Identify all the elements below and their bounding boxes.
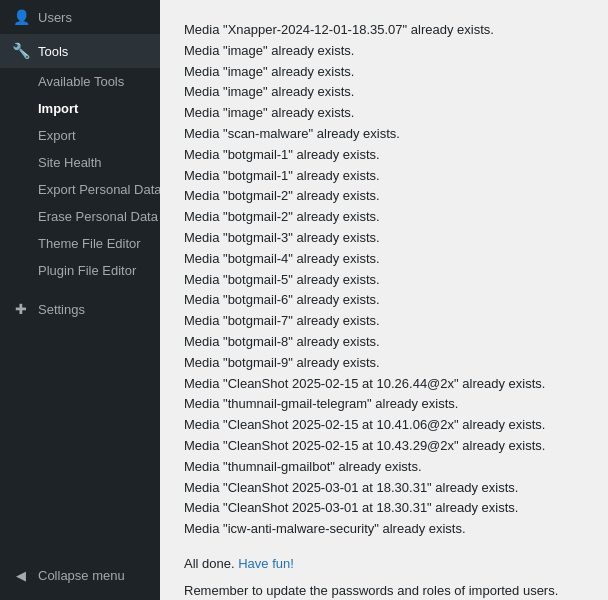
log-line: Media "CleanShot 2025-03-01 at 18.30.31"… <box>184 498 584 519</box>
log-line: Media "image" already exists. <box>184 41 584 62</box>
log-line: Media "botgmail-7" already exists. <box>184 311 584 332</box>
settings-label: Settings <box>38 302 85 317</box>
collapse-menu-button[interactable]: ◀ Collapse menu <box>0 558 160 600</box>
log-line: Media "CleanShot 2025-03-01 at 18.30.31"… <box>184 478 584 499</box>
log-line: Media "botgmail-6" already exists. <box>184 290 584 311</box>
log-output: Media "Xnapper-2024-12-01-18.35.07" alre… <box>184 20 584 540</box>
users-label: Users <box>38 10 72 25</box>
log-line: Media "image" already exists. <box>184 82 584 103</box>
log-line: Media "botgmail-2" already exists. <box>184 207 584 228</box>
have-fun-link[interactable]: Have fun! <box>238 556 294 571</box>
log-line: Media "CleanShot 2025-02-15 at 10.26.44@… <box>184 374 584 395</box>
all-done-message: All done. Have fun! <box>184 556 584 571</box>
collapse-icon: ◀ <box>12 566 30 584</box>
tools-icon: 🔧 <box>12 42 30 60</box>
log-line: Media "CleanShot 2025-02-15 at 10.41.06@… <box>184 415 584 436</box>
log-line: Media "botgmail-2" already exists. <box>184 186 584 207</box>
sidebar-item-theme-file-editor[interactable]: Theme File Editor <box>0 230 160 257</box>
log-line: Media "thumnail-gmail-telegram" already … <box>184 394 584 415</box>
log-line: Media "botgmail-3" already exists. <box>184 228 584 249</box>
collapse-label: Collapse menu <box>38 568 125 583</box>
sidebar-item-site-health[interactable]: Site Health <box>0 149 160 176</box>
settings-icon: ✚ <box>12 300 30 318</box>
sidebar-section-users[interactable]: 👤 Users <box>0 0 160 34</box>
sidebar-section-settings[interactable]: ✚ Settings <box>0 292 160 326</box>
sidebar-section-tools[interactable]: 🔧 Tools <box>0 34 160 68</box>
log-line: Media "Xnapper-2024-12-01-18.35.07" alre… <box>184 20 584 41</box>
sidebar-item-plugin-file-editor[interactable]: Plugin File Editor <box>0 257 160 284</box>
log-line: Media "CleanShot 2025-02-15 at 10.43.29@… <box>184 436 584 457</box>
sidebar: 👤 Users 🔧 Tools Available Tools Import E… <box>0 0 160 600</box>
sidebar-item-import[interactable]: Import <box>0 95 160 122</box>
log-line: Media "scan-malware" already exists. <box>184 124 584 145</box>
tools-label: Tools <box>38 44 68 59</box>
sidebar-item-erase-personal-data[interactable]: Erase Personal Data <box>0 203 160 230</box>
log-line: Media "botgmail-9" already exists. <box>184 353 584 374</box>
log-line: Media "icw-anti-malware-security" alread… <box>184 519 584 540</box>
sidebar-item-export-personal-data[interactable]: Export Personal Data <box>0 176 160 203</box>
sidebar-item-available-tools[interactable]: Available Tools <box>0 68 160 95</box>
users-icon: 👤 <box>12 8 30 26</box>
sidebar-item-export[interactable]: Export <box>0 122 160 149</box>
log-line: Media "botgmail-1" already exists. <box>184 166 584 187</box>
log-line: Media "image" already exists. <box>184 62 584 83</box>
log-line: Media "botgmail-4" already exists. <box>184 249 584 270</box>
main-content: Media "Xnapper-2024-12-01-18.35.07" alre… <box>160 0 608 600</box>
log-line: Media "botgmail-5" already exists. <box>184 270 584 291</box>
log-line: Media "thumnail-gmailbot" already exists… <box>184 457 584 478</box>
log-line: Media "image" already exists. <box>184 103 584 124</box>
all-done-text: All done. <box>184 556 238 571</box>
reminder-text: Remember to update the passwords and rol… <box>184 583 584 598</box>
log-line: Media "botgmail-8" already exists. <box>184 332 584 353</box>
log-line: Media "botgmail-1" already exists. <box>184 145 584 166</box>
